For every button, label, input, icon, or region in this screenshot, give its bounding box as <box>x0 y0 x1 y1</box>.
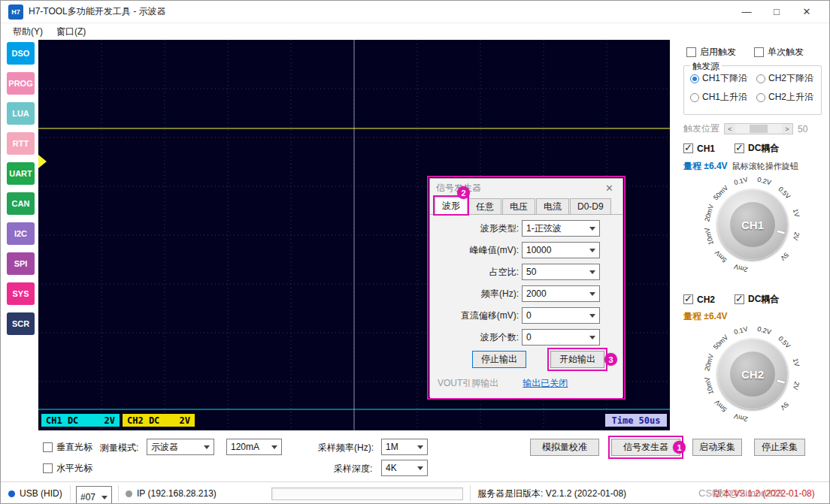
waveform-type-select[interactable]: 1-正弦波 <box>522 220 600 237</box>
ch2-enable-checkbox[interactable] <box>683 294 693 304</box>
start-output-button[interactable]: 开始输出 <box>550 351 604 368</box>
stop-capture-button[interactable]: 停止采集 <box>754 439 805 456</box>
menu-window[interactable]: 窗口(Z) <box>50 24 92 40</box>
current-range-select[interactable]: 120mA <box>226 439 282 455</box>
start-capture-button[interactable]: 启动采集 <box>692 439 742 456</box>
vertical-cursor-checkbox[interactable] <box>43 442 53 452</box>
horizontal-cursor-label: 水平光标 <box>56 462 92 475</box>
radio-ch1-rising[interactable]: CH1上升沿 <box>690 91 756 104</box>
tab-arbitrary[interactable]: 任意 <box>468 198 501 214</box>
trigger-source-title: 触发源 <box>690 60 722 73</box>
ch1-dc-coupling-checkbox[interactable] <box>735 143 744 153</box>
dialog-tabs: 波形 任意 电压 电流 D0-D9 <box>430 197 622 214</box>
tab-d0-d9[interactable]: D0-D9 <box>570 198 611 214</box>
trigger-source-group: 触发源 CH1下降沿 CH2下降沿 CH1上升沿 CH2上升沿 <box>683 65 822 115</box>
scroll-right-arrow-icon[interactable]: > <box>782 124 792 134</box>
output-status-link[interactable]: 输出已关闭 <box>523 377 568 390</box>
sidebar-item-prog[interactable]: PROG <box>7 72 35 95</box>
single-trigger-label: 单次触发 <box>768 46 804 59</box>
tab-voltage[interactable]: 电压 <box>502 198 535 214</box>
ch2-dc-coupling-checkbox[interactable] <box>735 294 744 304</box>
minimize-button[interactable]: — <box>732 2 762 23</box>
ch2-dc-coupling-option[interactable]: DC耦合 <box>735 293 779 306</box>
ch2-knob-cap[interactable]: CH2 <box>730 352 775 397</box>
stop-output-button[interactable]: 停止输出 <box>472 351 526 368</box>
sidebar-item-sys[interactable]: SYS <box>7 282 35 305</box>
knob-scale-label: 5V <box>779 400 790 412</box>
close-button[interactable]: ✕ <box>792 2 822 23</box>
duty-cycle-select[interactable]: 50 <box>522 264 600 280</box>
horizontal-cursor-option[interactable]: 水平光标 <box>43 462 92 475</box>
dialog-close-icon[interactable]: ✕ <box>602 183 616 194</box>
analog-calibration-button[interactable]: 模拟量校准 <box>530 439 599 456</box>
watermark: CSDN @Simon223 <box>698 487 783 499</box>
ch2-enable-option[interactable]: CH2 <box>683 293 715 306</box>
frequency-select[interactable]: 2000 <box>522 285 600 302</box>
sidebar-item-lua[interactable]: LUA <box>7 102 35 125</box>
measure-mode-select[interactable]: 示波器 <box>147 439 214 455</box>
scroll-track[interactable] <box>735 124 782 134</box>
tab-waveform[interactable]: 波形 <box>435 197 468 214</box>
vertical-cursor-option[interactable]: 垂直光标 <box>43 441 92 454</box>
sidebar-item-can[interactable]: CAN <box>7 192 35 215</box>
menu-help[interactable]: 帮助(Y) <box>7 24 49 40</box>
dc-offset-label: 直流偏移(mV): <box>436 309 519 322</box>
radio-ch1-falling-control[interactable] <box>690 74 699 83</box>
sidebar-item-scr[interactable]: SCR <box>7 312 35 335</box>
ch1-knob-body[interactable]: CH1 <box>717 189 788 260</box>
enable-trigger-option[interactable]: 启用触发 <box>686 46 736 59</box>
dc-offset-select[interactable]: 0 <box>522 307 600 324</box>
frequency-label: 频率(Hz): <box>436 288 519 300</box>
sample-rate-select[interactable]: 1M <box>381 439 428 455</box>
single-trigger-checkbox[interactable] <box>754 47 764 57</box>
sidebar-item-rtt[interactable]: RTT <box>7 132 35 155</box>
radio-ch2-falling-control[interactable] <box>756 74 765 83</box>
scroll-thumb[interactable] <box>750 125 768 133</box>
ch1-gain-knob[interactable]: 2mV 5mV 10mV 20mV 50mV 0.1V 0.2V 0.5V 1V… <box>685 175 820 274</box>
sidebar-item-spi[interactable]: SPI <box>7 252 35 275</box>
enable-trigger-label: 启用触发 <box>700 46 736 59</box>
scroll-left-arrow-icon[interactable]: < <box>725 124 735 134</box>
radio-ch1-falling[interactable]: CH1下降沿 <box>690 72 756 85</box>
horizontal-cursor-checkbox[interactable] <box>43 463 53 473</box>
radio-ch2-falling[interactable]: CH2下降沿 <box>756 72 822 85</box>
tab-current[interactable]: 电流 <box>536 198 569 214</box>
radio-ch2-rising-control[interactable] <box>756 93 765 102</box>
signal-generator-button[interactable]: 信号发生器 <box>611 439 680 456</box>
ch1-enable-label: CH1 <box>697 143 715 154</box>
knob-scale-label: 2V <box>792 231 801 241</box>
ch2-gain-knob[interactable]: 2mV 5mV 10mV 20mV 50mV 0.1V 0.2V 0.5V 1V… <box>685 324 820 424</box>
knob-scale-label: 20mV <box>703 353 715 372</box>
ch2-tag-label: CH2 DC <box>127 415 159 426</box>
enable-trigger-checkbox[interactable] <box>686 47 696 57</box>
ch1-dc-coupling-option[interactable]: DC耦合 <box>735 142 779 155</box>
watermark-user: @Simon223 <box>729 487 783 499</box>
annotation-badge-3: 3 <box>604 353 617 366</box>
radio-ch2-rising[interactable]: CH2上升沿 <box>756 91 822 104</box>
sidebar-item-i2c[interactable]: I2C <box>7 222 35 245</box>
sidebar-item-dso[interactable]: DSO <box>7 42 35 65</box>
watermark-csdn: CSDN <box>698 487 729 499</box>
trigger-position-scrollbar[interactable]: < > <box>724 123 793 134</box>
window-title: H7-TOOL多功能开发工具 - 示波器 <box>29 5 165 18</box>
separator <box>470 485 471 502</box>
sidebar-item-uart[interactable]: UART <box>7 162 35 185</box>
annotation-badge-1: 1 <box>673 441 686 454</box>
device-number-select[interactable]: #07 <box>76 486 112 504</box>
ch2-knob-body[interactable]: CH2 <box>717 339 788 409</box>
single-trigger-option[interactable]: 单次触发 <box>754 46 804 59</box>
sample-depth-select[interactable]: 4K <box>381 460 428 476</box>
ch1-knob-cap[interactable]: CH1 <box>730 202 775 247</box>
ch1-enable-option[interactable]: CH1 <box>683 142 715 155</box>
vout-pin-label: VOUT引脚输出 <box>438 377 498 390</box>
ch2-range-label: 量程 <box>683 311 701 321</box>
usb-status-label: USB (HID) <box>20 488 62 499</box>
peak-to-peak-select[interactable]: 10000 <box>522 242 600 258</box>
ch1-range: 量程 ±6.4V <box>683 160 728 173</box>
ch1-enable-checkbox[interactable] <box>683 143 693 153</box>
radio-ch1-rising-control[interactable] <box>690 93 699 102</box>
knob-scale-label: 5V <box>779 251 790 262</box>
wave-count-select[interactable]: 0 <box>522 329 600 346</box>
trigger-level-marker-icon[interactable] <box>38 155 47 168</box>
maximize-button[interactable]: □ <box>762 2 792 23</box>
